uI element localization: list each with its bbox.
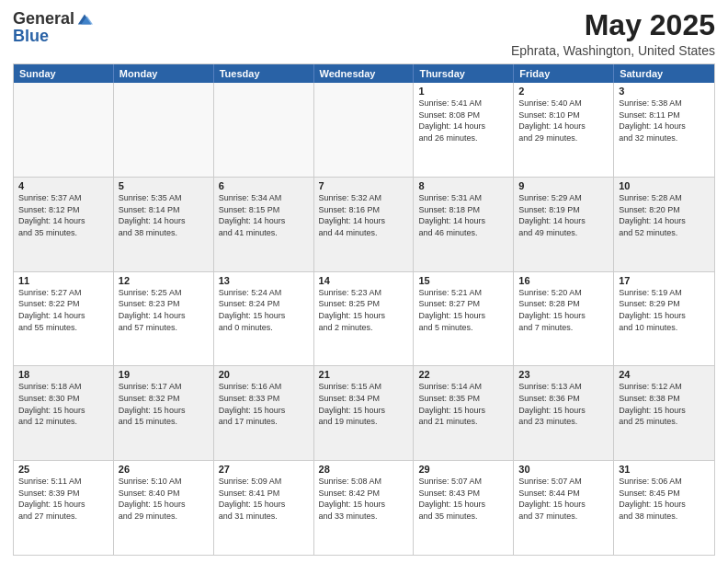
main-title: May 2025 [511,9,715,41]
cal-cell-1-3: 7Sunrise: 5:32 AM Sunset: 8:16 PM Daylig… [314,178,415,271]
day-info: Sunrise: 5:20 AM Sunset: 8:28 PM Dayligh… [518,287,609,333]
calendar-body: 1Sunrise: 5:41 AM Sunset: 8:08 PM Daylig… [14,83,714,555]
cal-cell-4-5: 30Sunrise: 5:07 AM Sunset: 8:44 PM Dayli… [514,461,614,555]
cal-header-friday: Friday [514,64,614,83]
day-number: 24 [619,369,710,380]
cal-cell-4-4: 29Sunrise: 5:07 AM Sunset: 8:43 PM Dayli… [414,461,514,555]
day-info: Sunrise: 5:21 AM Sunset: 8:27 PM Dayligh… [418,287,508,333]
cal-cell-0-0 [14,83,114,177]
day-info: Sunrise: 5:40 AM Sunset: 8:10 PM Dayligh… [518,98,609,144]
cal-cell-2-5: 16Sunrise: 5:20 AM Sunset: 8:28 PM Dayli… [514,272,614,366]
cal-cell-0-5: 2Sunrise: 5:40 AM Sunset: 8:10 PM Daylig… [514,83,614,177]
cal-cell-3-1: 19Sunrise: 5:17 AM Sunset: 8:32 PM Dayli… [114,366,214,460]
day-number: 22 [418,369,508,380]
day-number: 31 [619,464,710,475]
page: General Blue May 2025 Ephrata, Washingto… [0,0,728,563]
day-number: 7 [319,180,409,191]
day-number: 28 [319,464,409,475]
cal-cell-3-6: 24Sunrise: 5:12 AM Sunset: 8:38 PM Dayli… [614,366,714,460]
day-info: Sunrise: 5:28 AM Sunset: 8:20 PM Dayligh… [619,192,710,238]
cal-cell-3-4: 22Sunrise: 5:14 AM Sunset: 8:35 PM Dayli… [414,366,514,460]
cal-header-monday: Monday [114,64,214,83]
cal-cell-4-6: 31Sunrise: 5:06 AM Sunset: 8:45 PM Dayli… [614,461,714,555]
day-number: 2 [518,86,609,97]
cal-row-4: 25Sunrise: 5:11 AM Sunset: 8:39 PM Dayli… [14,461,714,555]
day-info: Sunrise: 5:07 AM Sunset: 8:43 PM Dayligh… [418,476,508,522]
cal-cell-4-3: 28Sunrise: 5:08 AM Sunset: 8:42 PM Dayli… [314,461,415,555]
calendar-header: SundayMondayTuesdayWednesdayThursdayFrid… [14,64,714,83]
cal-header-sunday: Sunday [14,64,114,83]
cal-cell-3-2: 20Sunrise: 5:16 AM Sunset: 8:33 PM Dayli… [214,366,314,460]
day-number: 6 [219,180,309,191]
day-number: 16 [518,275,609,286]
day-info: Sunrise: 5:37 AM Sunset: 8:12 PM Dayligh… [18,192,108,238]
cal-cell-2-2: 13Sunrise: 5:24 AM Sunset: 8:24 PM Dayli… [214,272,314,366]
day-info: Sunrise: 5:31 AM Sunset: 8:18 PM Dayligh… [418,192,508,238]
day-info: Sunrise: 5:16 AM Sunset: 8:33 PM Dayligh… [219,381,309,427]
day-info: Sunrise: 5:19 AM Sunset: 8:29 PM Dayligh… [619,287,710,333]
cal-cell-1-5: 9Sunrise: 5:29 AM Sunset: 8:19 PM Daylig… [514,178,614,271]
day-number: 15 [418,275,508,286]
cal-cell-0-2 [214,83,314,177]
cal-cell-4-0: 25Sunrise: 5:11 AM Sunset: 8:39 PM Dayli… [14,461,114,555]
day-info: Sunrise: 5:29 AM Sunset: 8:19 PM Dayligh… [518,192,609,238]
cal-cell-2-3: 14Sunrise: 5:23 AM Sunset: 8:25 PM Dayli… [314,272,415,366]
cal-header-thursday: Thursday [414,64,514,83]
cal-cell-1-6: 10Sunrise: 5:28 AM Sunset: 8:20 PM Dayli… [614,178,714,271]
day-number: 17 [619,275,710,286]
logo-general-text: General [13,9,74,29]
cal-header-tuesday: Tuesday [214,64,314,83]
cal-cell-2-0: 11Sunrise: 5:27 AM Sunset: 8:22 PM Dayli… [14,272,114,366]
cal-row-0: 1Sunrise: 5:41 AM Sunset: 8:08 PM Daylig… [14,83,714,178]
cal-row-1: 4Sunrise: 5:37 AM Sunset: 8:12 PM Daylig… [14,178,714,272]
header: General Blue May 2025 Ephrata, Washingto… [13,9,715,58]
day-number: 29 [418,464,508,475]
cal-cell-1-4: 8Sunrise: 5:31 AM Sunset: 8:18 PM Daylig… [414,178,514,271]
cal-cell-0-1 [114,83,214,177]
cal-cell-3-5: 23Sunrise: 5:13 AM Sunset: 8:36 PM Dayli… [514,366,614,460]
cal-header-saturday: Saturday [614,64,714,83]
logo-icon [76,11,93,28]
day-number: 3 [619,86,710,97]
day-number: 23 [518,369,609,380]
cal-cell-4-2: 27Sunrise: 5:09 AM Sunset: 8:41 PM Dayli… [214,461,314,555]
cal-cell-1-1: 5Sunrise: 5:35 AM Sunset: 8:14 PM Daylig… [114,178,214,271]
cal-cell-0-6: 3Sunrise: 5:38 AM Sunset: 8:11 PM Daylig… [614,83,714,177]
day-info: Sunrise: 5:27 AM Sunset: 8:22 PM Dayligh… [18,287,108,333]
cal-header-wednesday: Wednesday [314,64,415,83]
cal-row-3: 18Sunrise: 5:18 AM Sunset: 8:30 PM Dayli… [14,366,714,461]
cal-cell-0-3 [314,83,415,177]
day-number: 8 [418,180,508,191]
day-info: Sunrise: 5:18 AM Sunset: 8:30 PM Dayligh… [18,381,108,427]
calendar: SundayMondayTuesdayWednesdayThursdayFrid… [13,63,715,556]
cal-cell-2-6: 17Sunrise: 5:19 AM Sunset: 8:29 PM Dayli… [614,272,714,366]
day-number: 20 [219,369,309,380]
day-info: Sunrise: 5:14 AM Sunset: 8:35 PM Dayligh… [418,381,508,427]
day-number: 13 [219,275,309,286]
day-info: Sunrise: 5:09 AM Sunset: 8:41 PM Dayligh… [219,476,309,522]
day-number: 10 [619,180,710,191]
day-info: Sunrise: 5:06 AM Sunset: 8:45 PM Dayligh… [619,476,710,522]
day-number: 19 [119,369,209,380]
logo-blue-text: Blue [13,27,49,45]
cal-cell-1-2: 6Sunrise: 5:34 AM Sunset: 8:15 PM Daylig… [214,178,314,271]
cal-cell-2-1: 12Sunrise: 5:25 AM Sunset: 8:23 PM Dayli… [114,272,214,366]
subtitle: Ephrata, Washington, United States [511,43,715,58]
day-info: Sunrise: 5:17 AM Sunset: 8:32 PM Dayligh… [119,381,209,427]
day-number: 4 [18,180,108,191]
day-info: Sunrise: 5:11 AM Sunset: 8:39 PM Dayligh… [18,476,108,522]
cal-cell-2-4: 15Sunrise: 5:21 AM Sunset: 8:27 PM Dayli… [414,272,514,366]
day-info: Sunrise: 5:23 AM Sunset: 8:25 PM Dayligh… [319,287,409,333]
day-number: 26 [119,464,209,475]
day-info: Sunrise: 5:07 AM Sunset: 8:44 PM Dayligh… [518,476,609,522]
day-info: Sunrise: 5:34 AM Sunset: 8:15 PM Dayligh… [219,192,309,238]
day-info: Sunrise: 5:13 AM Sunset: 8:36 PM Dayligh… [518,381,609,427]
day-number: 21 [319,369,409,380]
cal-cell-3-0: 18Sunrise: 5:18 AM Sunset: 8:30 PM Dayli… [14,366,114,460]
logo: General Blue [13,9,93,46]
cal-cell-3-3: 21Sunrise: 5:15 AM Sunset: 8:34 PM Dayli… [314,366,415,460]
day-info: Sunrise: 5:24 AM Sunset: 8:24 PM Dayligh… [219,287,309,333]
day-info: Sunrise: 5:35 AM Sunset: 8:14 PM Dayligh… [119,192,209,238]
day-info: Sunrise: 5:08 AM Sunset: 8:42 PM Dayligh… [319,476,409,522]
day-number: 14 [319,275,409,286]
